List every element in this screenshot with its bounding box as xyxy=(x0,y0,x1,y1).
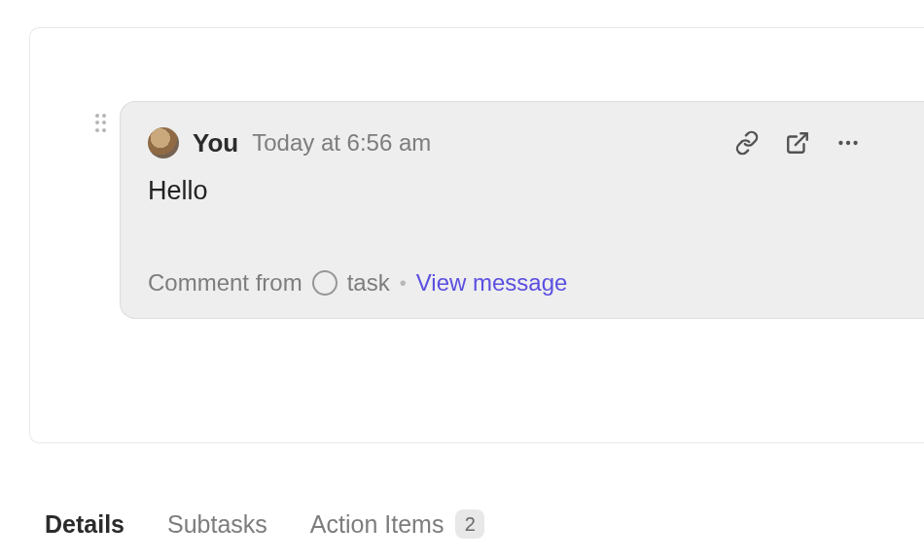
comment-body: Hello xyxy=(121,158,924,206)
drag-handle-icon[interactable] xyxy=(95,114,107,133)
separator-dot: • xyxy=(400,272,407,295)
comment-source-type: task xyxy=(347,269,390,297)
tab-action-items-label: Action Items xyxy=(310,510,444,539)
comment-source-prefix: Comment from xyxy=(148,269,302,297)
avatar[interactable] xyxy=(148,127,179,158)
copy-link-icon[interactable] xyxy=(733,129,761,157)
svg-line-0 xyxy=(796,133,807,145)
svg-point-1 xyxy=(838,141,842,145)
comment-actions xyxy=(733,129,897,157)
tab-action-items[interactable]: Action Items 2 xyxy=(310,509,485,539)
tab-details-label: Details xyxy=(45,510,124,539)
svg-point-2 xyxy=(846,141,850,145)
comment-card: You Today at 6:56 am xyxy=(120,101,924,319)
comment-source: Comment from task • View message xyxy=(148,269,567,297)
comment-timestamp: Today at 6:56 am xyxy=(252,129,431,157)
tab-bar: Details Subtasks Action Items 2 xyxy=(45,509,484,539)
action-items-count-badge: 2 xyxy=(455,509,484,539)
svg-point-3 xyxy=(853,141,857,145)
comment-author: You xyxy=(193,128,238,158)
tab-subtasks[interactable]: Subtasks xyxy=(167,510,267,539)
comment-header: You Today at 6:56 am xyxy=(121,102,924,158)
task-status-icon[interactable] xyxy=(312,270,338,296)
open-external-icon[interactable] xyxy=(784,129,811,157)
more-icon[interactable] xyxy=(835,129,862,157)
tab-details[interactable]: Details xyxy=(45,510,124,539)
comments-panel: You Today at 6:56 am xyxy=(29,27,924,443)
tab-subtasks-label: Subtasks xyxy=(167,510,267,539)
view-message-link[interactable]: View message xyxy=(416,269,568,297)
